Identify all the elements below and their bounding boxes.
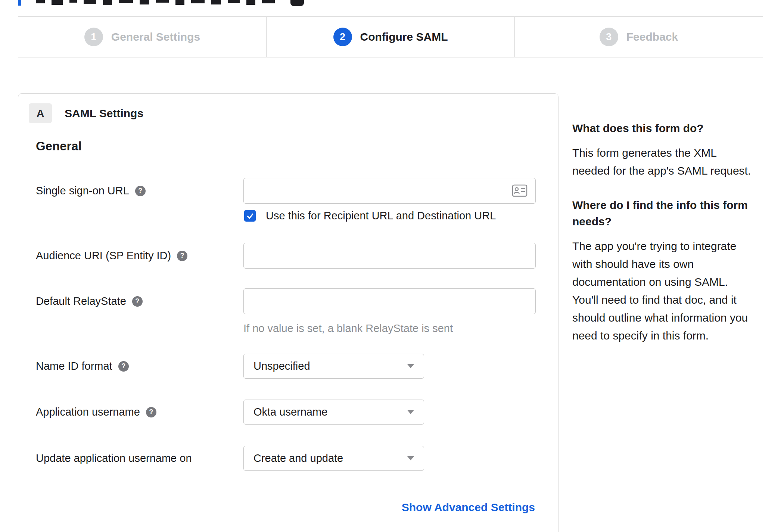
- audience-uri-label-group: Audience URI (SP Entity ID) ?: [36, 243, 187, 269]
- help-icon[interactable]: ?: [177, 251, 187, 261]
- step-label: General Settings: [111, 31, 200, 43]
- application-username-value: Okta username: [253, 406, 327, 418]
- sso-url-field: [243, 178, 536, 204]
- step-feedback[interactable]: 3 Feedback: [514, 17, 763, 57]
- clipped-title-fragment: [191, 0, 205, 3]
- name-id-format-select[interactable]: Unspecified: [243, 354, 424, 379]
- clipped-title-fragment: [18, 0, 21, 6]
- audience-uri-input[interactable]: [243, 243, 536, 269]
- default-relaystate-label-group: Default RelayState ?: [36, 288, 143, 314]
- update-app-username-label: Update application username on: [36, 452, 192, 464]
- sidebar-question-1: What does this form do?: [572, 120, 756, 137]
- step-general-settings[interactable]: 1 General Settings: [18, 17, 266, 57]
- audience-uri-field: [243, 243, 536, 269]
- group-title-general: General: [36, 139, 82, 153]
- clipped-title-fragment: [156, 0, 169, 3]
- recipient-url-checkbox[interactable]: [244, 210, 256, 222]
- update-app-username-value: Create and update: [253, 452, 343, 464]
- sidebar-question-2: Where do I find the info this form needs…: [572, 197, 756, 230]
- step-label: Feedback: [626, 31, 678, 43]
- show-advanced-settings-link[interactable]: Show Advanced Settings: [402, 501, 535, 514]
- section-header: A SAML Settings: [29, 103, 143, 123]
- step-number-badge: 1: [84, 28, 103, 46]
- clipped-title-fragment: [69, 0, 77, 3]
- sidebar-answer-2: The app you're trying to integrate with …: [572, 237, 756, 345]
- default-relaystate-input[interactable]: [243, 288, 536, 314]
- page-header-clipped: [0, 0, 781, 7]
- name-id-format-label: Name ID format: [36, 360, 112, 372]
- sso-url-label-group: Single sign-on URL ?: [36, 178, 146, 204]
- wizard-stepper: 1 General Settings 2 Configure SAML 3 Fe…: [18, 16, 763, 57]
- contact-card-icon: [512, 183, 528, 198]
- step-number-badge: 3: [600, 28, 618, 46]
- help-icon[interactable]: ?: [132, 296, 143, 307]
- clipped-title-fragment: [211, 0, 221, 4]
- sso-url-input[interactable]: [243, 178, 536, 204]
- step-number-badge: 2: [333, 28, 352, 46]
- help-icon[interactable]: ?: [118, 361, 129, 372]
- application-username-field: Okta username: [243, 400, 536, 425]
- clipped-title-fragment: [103, 0, 112, 5]
- section-title: SAML Settings: [65, 107, 143, 120]
- update-app-username-select[interactable]: Create and update: [243, 446, 424, 471]
- clipped-title-fragment: [262, 0, 275, 3]
- help-sidebar: What does this form do? This form genera…: [572, 120, 756, 345]
- name-id-format-field: Unspecified: [243, 354, 536, 379]
- sidebar-answer-1: This form generates the XML needed for t…: [572, 144, 756, 180]
- application-username-select[interactable]: Okta username: [243, 400, 424, 425]
- clipped-title-fragment: [84, 0, 96, 4]
- update-app-username-field: Create and update: [243, 446, 536, 471]
- clipped-title-fragment: [246, 0, 255, 5]
- clipped-title-fragment: [228, 0, 240, 3]
- application-username-label-group: Application username ?: [36, 400, 156, 425]
- step-configure-saml[interactable]: 2 Configure SAML: [266, 17, 514, 57]
- recipient-url-checkbox-group: Use this for Recipient URL and Destinati…: [244, 210, 496, 222]
- help-icon[interactable]: ?: [146, 407, 156, 417]
- checkmark-icon: [248, 214, 253, 218]
- step-label: Configure SAML: [360, 31, 448, 43]
- update-app-username-label-group: Update application username on: [36, 446, 192, 471]
- section-badge: A: [29, 103, 52, 123]
- help-icon[interactable]: ?: [135, 186, 146, 196]
- default-relaystate-field: If no value is set, a blank RelayState i…: [243, 288, 536, 335]
- clipped-logo-icon: [290, 0, 304, 6]
- clipped-title-fragment: [175, 0, 184, 5]
- audience-uri-label: Audience URI (SP Entity ID): [36, 250, 171, 262]
- recipient-url-checkbox-label: Use this for Recipient URL and Destinati…: [266, 210, 496, 222]
- sso-url-label: Single sign-on URL: [36, 185, 129, 197]
- name-id-format-label-group: Name ID format ?: [36, 354, 129, 379]
- clipped-title-fragment: [119, 0, 133, 3]
- default-relaystate-label: Default RelayState: [36, 295, 126, 307]
- clipped-title-fragment: [140, 0, 149, 4]
- chevron-down-icon: [407, 456, 414, 460]
- saml-settings-card: A SAML Settings General Single sign-on U…: [18, 93, 558, 532]
- chevron-down-icon: [407, 364, 414, 368]
- application-username-label: Application username: [36, 406, 140, 418]
- chevron-down-icon: [407, 410, 414, 414]
- clipped-title-fragment: [36, 0, 45, 3]
- default-relaystate-hint: If no value is set, a blank RelayState i…: [243, 322, 536, 335]
- name-id-format-value: Unspecified: [253, 360, 310, 372]
- clipped-title-fragment: [52, 0, 63, 5]
